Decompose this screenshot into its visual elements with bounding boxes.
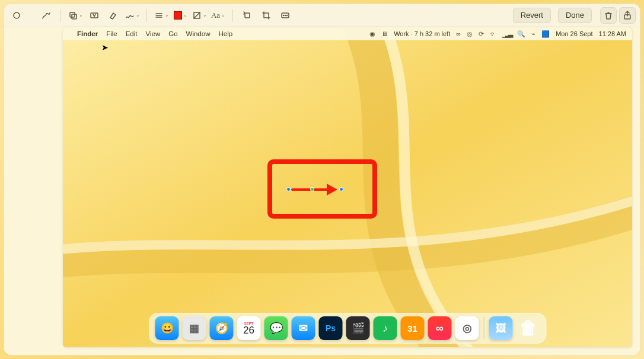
dock-creativecloud[interactable]: ∞: [428, 316, 452, 340]
resize-handle-start[interactable]: [286, 187, 291, 191]
cursor-pointer-icon: ➤: [101, 43, 109, 52]
macos-dock: 😀▦🧭SEPT26💬✉︎Ps🎬♪31∞◎🖼🗑: [149, 313, 547, 344]
shapes-tool[interactable]: ⌄: [67, 7, 84, 24]
dock-launchpad[interactable]: ▦: [183, 316, 206, 340]
wifi-icon[interactable]: ▁▂▃: [502, 30, 511, 38]
svg-rect-1: [70, 12, 75, 17]
chevron-down-icon: ⌄: [203, 12, 207, 18]
chevron-down-icon: ⌄: [221, 12, 225, 18]
dock-mail[interactable]: ✉︎: [292, 316, 315, 340]
chevron-down-icon: ⌄: [79, 12, 83, 18]
svg-point-12: [285, 15, 285, 15]
app-menu[interactable]: Finder: [77, 30, 98, 37]
status-timer-text: Work · 7 h 32 m left: [394, 30, 450, 37]
svg-rect-3: [91, 13, 98, 18]
sketch-tool[interactable]: [38, 7, 55, 24]
dock-messages[interactable]: 💬: [264, 316, 288, 340]
menu-help[interactable]: Help: [218, 30, 232, 37]
chevron-down-icon: ⌄: [136, 12, 140, 18]
controlcenter-icon[interactable]: ⌁: [531, 30, 535, 38]
menubar-time[interactable]: 11:28 AM: [599, 30, 626, 37]
dock-safari[interactable]: 🧭: [210, 316, 234, 340]
menu-edit[interactable]: Edit: [126, 30, 138, 37]
text-tool[interactable]: [86, 7, 103, 24]
menubar-date[interactable]: Mon 26 Sept: [556, 30, 592, 37]
svg-point-0: [14, 12, 20, 18]
macos-menubar: Finder File Edit View Go Window Help ◉ 🖥…: [63, 27, 632, 40]
spotlight-icon[interactable]: 🔍: [517, 30, 525, 38]
chevron-down-icon: ⌄: [183, 12, 187, 18]
text-style-tool[interactable]: Aa ⌄: [210, 7, 227, 24]
infinity-icon[interactable]: ∞: [456, 30, 461, 37]
revert-button[interactable]: Revert: [513, 8, 551, 23]
sign-tool[interactable]: ⌄: [124, 7, 141, 24]
svg-rect-9: [245, 13, 250, 18]
timer-icon[interactable]: 🖥: [381, 30, 388, 37]
menu-file[interactable]: File: [106, 30, 117, 37]
dock-slides[interactable]: 31: [401, 316, 425, 340]
highlight-tool[interactable]: [105, 7, 122, 24]
dock-photoshop[interactable]: Ps: [319, 316, 343, 340]
close-window-button[interactable]: [8, 7, 25, 24]
resize-handle-end[interactable]: [339, 187, 343, 191]
crop-tool[interactable]: [258, 7, 275, 24]
notification-icon[interactable]: 🟦: [541, 30, 550, 38]
preview-window: ⌄ ⌄ ⌄ ⌄ ⌄ Aa ⌄: [4, 4, 640, 355]
dock-trash[interactable]: 🗑: [517, 316, 540, 340]
menu-window[interactable]: Window: [186, 30, 211, 37]
canvas-area[interactable]: Finder File Edit View Go Window Help ◉ 🖥…: [63, 27, 632, 347]
curve-handle[interactable]: [310, 187, 314, 191]
fill-color-tool[interactable]: ⌄: [191, 7, 208, 24]
dock-chrome[interactable]: ◎: [455, 316, 479, 340]
dock-preview[interactable]: 🖼: [489, 316, 513, 340]
share-button[interactable]: [619, 7, 636, 24]
svg-point-11: [283, 15, 283, 15]
record-icon[interactable]: ◉: [369, 30, 375, 38]
airdrop-icon[interactable]: ◎: [467, 30, 473, 38]
svg-rect-2: [72, 14, 76, 19]
dock-calendar[interactable]: SEPT26: [237, 316, 261, 340]
arrow-shape-selected[interactable]: [285, 188, 345, 191]
delete-button[interactable]: [600, 7, 617, 24]
wifi-icon[interactable]: ᯤ: [490, 30, 496, 37]
done-button[interactable]: Done: [558, 8, 592, 23]
dock-finder[interactable]: 😀: [155, 316, 179, 340]
svg-point-13: [286, 15, 287, 15]
svg-line-8: [194, 12, 200, 18]
description-tool[interactable]: [277, 7, 294, 24]
menu-view[interactable]: View: [146, 30, 161, 37]
color-swatch-red: [174, 11, 182, 20]
sync-icon[interactable]: ⟳: [479, 30, 484, 38]
menu-go[interactable]: Go: [168, 30, 177, 37]
chevron-down-icon: ⌄: [165, 12, 169, 18]
stroke-color-tool[interactable]: ⌄: [172, 7, 189, 24]
dock-finalcut[interactable]: 🎬: [346, 316, 370, 340]
dock-spotify[interactable]: ♪: [374, 316, 397, 340]
rotate-tool[interactable]: [239, 7, 256, 24]
line-style-tool[interactable]: ⌄: [153, 7, 170, 24]
markup-toolbar: ⌄ ⌄ ⌄ ⌄ ⌄ Aa ⌄: [4, 4, 640, 27]
